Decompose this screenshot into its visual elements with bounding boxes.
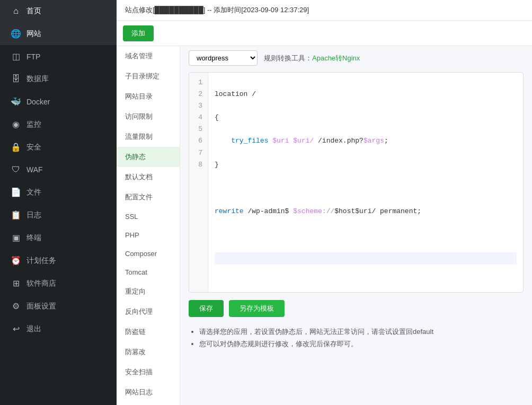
convert-tool-label: 规则转换工具：Apache转Nginx: [264, 54, 360, 63]
docker-icon: 🐳: [11, 96, 21, 107]
code-editor: 1 2 3 4 5 6 7 8 location / { try_files $…: [189, 72, 524, 293]
home-icon: ⌂: [11, 6, 21, 16]
topbar: 站点修改[██████████] -- 添加时间[2023-09-09 12:3…: [117, 0, 532, 21]
sidebar-item-label: WAF: [26, 165, 43, 174]
file-icon: 📄: [11, 187, 21, 197]
sidebar-item-label: 首页: [26, 6, 41, 16]
sidebar-item-label: 日志: [26, 210, 41, 220]
sidebar-item-store[interactable]: ⊞ 软件商店: [0, 272, 117, 295]
submenu-item-webdir[interactable]: 网站目录: [117, 86, 180, 107]
line-numbers: 1 2 3 4 5 6 7 8: [189, 73, 208, 292]
sidebar-item-label: 文件: [26, 188, 41, 197]
submenu-item-proxy[interactable]: 反向代理: [117, 302, 180, 322]
sidebar-item-label: 数据库: [26, 74, 49, 84]
submenu-item-hotlink[interactable]: 防盗链: [117, 322, 180, 342]
submenu-item-sitelog[interactable]: 网站日志: [117, 382, 180, 402]
logout-icon: ↩: [11, 324, 21, 334]
right-panel: wordpress typecho discuz dedecms ecshop …: [180, 42, 532, 405]
sidebar-item-label: 监控: [26, 120, 41, 129]
sidebar-item-label: 退出: [26, 324, 41, 334]
code-lines: 1 2 3 4 5 6 7 8 location / { try_files $…: [189, 73, 523, 292]
sidebar-item-label: 网站: [26, 29, 41, 39]
sidebar-item-label: FTP: [26, 52, 40, 61]
sidebar-item-docker[interactable]: 🐳 Docker: [0, 90, 117, 113]
sidebar-item-terminal[interactable]: ▣ 终端: [0, 226, 117, 249]
sidebar-item-label: 面板设置: [26, 302, 56, 311]
submenu-item-domain[interactable]: 域名管理: [117, 46, 180, 66]
cron-icon: ⏰: [11, 256, 21, 266]
submenu-item-config[interactable]: 配置文件: [117, 187, 180, 207]
rewrite-type-select[interactable]: wordpress typecho discuz dedecms ecshop …: [189, 50, 258, 66]
sidebar-item-monitor[interactable]: ◉ 监控: [0, 113, 117, 136]
notes-list: 请选择您的应用，若设置伪静态后，网站无法正常访问，请尝试设置回default 您…: [189, 325, 524, 350]
sidebar: ⌂ 首页 🌐 网站 ◫ FTP 🗄 数据库 🐳 Docker ◉ 监控 🔒 安全…: [0, 0, 117, 405]
log-icon: 📋: [11, 210, 21, 220]
sidebar-item-ftp[interactable]: ◫ FTP: [0, 45, 117, 68]
database-icon: 🗄: [11, 74, 21, 84]
submenu: 域名管理 子目录绑定 网站目录 访问限制 流量限制 伪静态 默认文档 配置文件 …: [117, 42, 180, 405]
submenu-item-access[interactable]: 访问限制: [117, 107, 180, 127]
sidebar-item-label: Docker: [26, 98, 50, 106]
monitor-icon: ◉: [11, 119, 21, 129]
sidebar-item-label: 计划任务: [26, 256, 56, 266]
sidebar-item-security[interactable]: 🔒 安全: [0, 136, 117, 159]
submenu-item-scan[interactable]: 安全扫描: [117, 362, 180, 382]
submenu-item-defaultdoc[interactable]: 默认文档: [117, 167, 180, 187]
store-icon: ⊞: [11, 278, 21, 288]
save-button[interactable]: 保存: [189, 300, 224, 317]
submenu-item-rewrite[interactable]: 伪静态: [117, 147, 180, 167]
sidebar-item-label: 软件商店: [26, 279, 56, 288]
apache-to-nginx-link[interactable]: Apache转Nginx: [312, 54, 360, 62]
sidebar-item-waf[interactable]: 🛡 WAF: [0, 159, 117, 181]
topbar-title: 站点修改[██████████] -- 添加时间[2023-09-09 12:3…: [125, 6, 309, 14]
submenu-item-php[interactable]: PHP: [117, 226, 180, 244]
security-icon: 🔒: [11, 142, 21, 152]
add-button[interactable]: 添加: [123, 25, 154, 41]
submenu-item-ssl[interactable]: SSL: [117, 207, 180, 226]
sidebar-item-home[interactable]: ⌂ 首页: [0, 0, 117, 22]
sidebar-item-website[interactable]: 🌐 网站: [0, 22, 117, 45]
submenu-item-composer[interactable]: Composer: [117, 244, 180, 263]
note-item-1: 请选择您的应用，若设置伪静态后，网站无法正常访问，请尝试设置回default: [199, 325, 524, 338]
save-template-button[interactable]: 另存为模板: [229, 300, 285, 317]
toolbar-row: wordpress typecho discuz dedecms ecshop …: [189, 50, 524, 66]
sidebar-item-cron[interactable]: ⏰ 计划任务: [0, 249, 117, 272]
submenu-item-tamper[interactable]: 防篡改: [117, 342, 180, 362]
code-textarea[interactable]: location / { try_files $uri $uri/ /index…: [208, 73, 523, 292]
submenu-item-subdir[interactable]: 子目录绑定: [117, 66, 180, 86]
sidebar-item-database[interactable]: 🗄 数据库: [0, 68, 117, 90]
ftp-icon: ◫: [11, 51, 21, 61]
waf-icon: 🛡: [11, 165, 21, 174]
submenu-item-traffic[interactable]: 流量限制: [117, 127, 180, 147]
sidebar-item-label: 终端: [26, 233, 41, 243]
content-area: 添加 域名管理 子目录绑定 网站目录 访问限制 流量限制 伪静态 默认文档 配置…: [117, 21, 532, 405]
note-item-2: 您可以对伪静态规则进行修改，修改完后保存即可。: [199, 338, 524, 350]
website-icon: 🌐: [11, 29, 21, 39]
sidebar-item-file[interactable]: 📄 文件: [0, 181, 117, 204]
action-buttons: 保存 另存为模板: [189, 300, 524, 317]
main-area: 站点修改[██████████] -- 添加时间[2023-09-09 12:3…: [117, 0, 532, 405]
sidebar-item-settings[interactable]: ⚙ 面板设置: [0, 295, 117, 318]
sidebar-item-logout[interactable]: ↩ 退出: [0, 318, 117, 340]
sidebar-item-log[interactable]: 📋 日志: [0, 204, 117, 226]
submenu-item-redirect[interactable]: 重定向: [117, 281, 180, 302]
settings-icon: ⚙: [11, 301, 21, 311]
terminal-icon: ▣: [11, 233, 21, 243]
sidebar-item-label: 安全: [26, 143, 41, 152]
submenu-item-tomcat[interactable]: Tomcat: [117, 263, 180, 281]
